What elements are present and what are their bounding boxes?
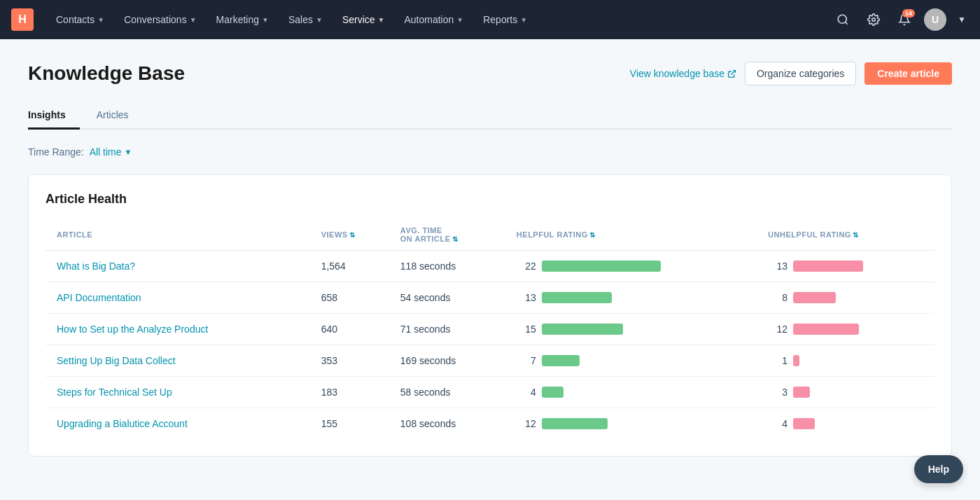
help-button[interactable]: Help [914, 455, 963, 479]
settings-icon-btn[interactable] [862, 8, 885, 31]
topnav-item-automation[interactable]: Automation▼ [396, 10, 472, 29]
unhelpful-rating-cell: 3 [760, 377, 934, 408]
sort-icon: ⇅ [349, 231, 356, 239]
table-row: Upgrading a Bialutice Account155108 seco… [46, 408, 934, 440]
time-range-label: Time Range: [28, 146, 84, 158]
time-range-select[interactable]: All time ▼ [90, 146, 132, 158]
table-row: Steps for Technical Set Up18358 seconds4… [46, 377, 934, 408]
chevron-down-icon: ▼ [262, 16, 269, 24]
chevron-down-icon: ▼ [97, 16, 104, 24]
page-title: Knowledge Base [28, 62, 185, 85]
helpful-rating-cell: 13 [508, 282, 760, 314]
topnav-item-sales[interactable]: Sales▼ [280, 10, 331, 29]
table-row: API Documentation65854 seconds138 [46, 282, 934, 314]
view-knowledge-base-link[interactable]: View knowledge base [630, 68, 736, 79]
avg-time-cell: 108 seconds [392, 408, 508, 440]
topnav-item-conversations[interactable]: Conversations▼ [115, 10, 204, 29]
article-health-table: ARTICLEVIEWS⇅AVG. TIMEON ARTICLE⇅HELPFUL… [46, 221, 934, 439]
col-header-views[interactable]: VIEWS⇅ [313, 221, 392, 251]
topnav-item-reports[interactable]: Reports▼ [475, 10, 536, 29]
topnav-item-contacts[interactable]: Contacts▼ [48, 10, 113, 29]
table-row: Setting Up Big Data Collect353169 second… [46, 345, 934, 377]
hubspot-logo[interactable]: H [11, 8, 34, 31]
col-header-article: ARTICLE [46, 221, 313, 251]
views-cell: 353 [313, 345, 392, 377]
col-header-unhelpful-rating[interactable]: UNHELPFUL RATING⇅ [760, 221, 934, 251]
page-content: Knowledge Base View knowledge base Organ… [0, 39, 980, 479]
article-link[interactable]: Steps for Technical Set Up [57, 387, 172, 398]
helpful-rating-cell: 7 [508, 345, 760, 377]
page-header: Knowledge Base View knowledge base Organ… [28, 62, 952, 85]
topnav-item-service[interactable]: Service▼ [334, 10, 393, 29]
views-cell: 155 [313, 408, 392, 440]
avg-time-cell: 58 seconds [392, 377, 508, 408]
col-header-helpful-rating[interactable]: HELPFUL RATING⇅ [508, 221, 760, 251]
tabs: Insights Articles [28, 102, 952, 130]
svg-line-1 [845, 22, 847, 24]
organize-categories-button[interactable]: Organize categories [745, 62, 856, 85]
nav-items: Contacts▼Conversations▼Marketing▼Sales▼S… [48, 10, 832, 29]
chevron-down-icon: ▼ [520, 16, 527, 24]
avg-time-cell: 54 seconds [392, 282, 508, 314]
page-header-actions: View knowledge base Organize categories … [630, 62, 952, 85]
unhelpful-rating-cell: 12 [760, 314, 934, 345]
time-range-chevron-icon: ▼ [125, 148, 132, 156]
helpful-rating-cell: 15 [508, 314, 760, 345]
table-row: What is Big Data?1,564118 seconds2213 [46, 251, 934, 282]
avg-time-cell: 71 seconds [392, 314, 508, 345]
helpful-rating-cell: 12 [508, 408, 760, 440]
topnav: H Contacts▼Conversations▼Marketing▼Sales… [0, 0, 980, 39]
unhelpful-rating-cell: 8 [760, 282, 934, 314]
tab-insights[interactable]: Insights [28, 102, 80, 130]
avg-time-cell: 118 seconds [392, 251, 508, 282]
avg-time-cell: 169 seconds [392, 345, 508, 377]
col-header-avg--time-on-article[interactable]: AVG. TIMEON ARTICLE⇅ [392, 221, 508, 251]
svg-point-0 [838, 15, 846, 23]
svg-point-2 [872, 18, 876, 22]
sort-icon: ⇅ [452, 235, 458, 243]
topnav-item-marketing[interactable]: Marketing▼ [208, 10, 277, 29]
article-link[interactable]: How to Set up the Analyze Product [57, 324, 208, 335]
search-icon-btn[interactable] [832, 8, 854, 31]
sort-icon: ⇅ [589, 231, 596, 239]
chevron-down-icon: ▼ [378, 16, 385, 24]
unhelpful-rating-cell: 13 [760, 251, 934, 282]
sort-icon: ⇅ [853, 231, 859, 239]
time-range-row: Time Range: All time ▼ [28, 146, 952, 158]
article-link[interactable]: Setting Up Big Data Collect [57, 355, 176, 366]
views-cell: 1,564 [313, 251, 392, 282]
notifications-icon-btn[interactable]: 14 [893, 8, 916, 31]
svg-line-3 [731, 70, 735, 74]
helpful-rating-cell: 4 [508, 377, 760, 408]
notification-badge: 14 [902, 9, 915, 18]
views-cell: 658 [313, 282, 392, 314]
chevron-down-icon: ▼ [456, 16, 463, 24]
unhelpful-rating-cell: 1 [760, 345, 934, 377]
chevron-down-icon: ▼ [190, 16, 197, 24]
article-health-card: Article Health ARTICLEVIEWS⇅AVG. TIMEON … [28, 174, 952, 457]
views-cell: 183 [313, 377, 392, 408]
article-health-table-wrap: ARTICLEVIEWS⇅AVG. TIMEON ARTICLE⇅HELPFUL… [46, 221, 934, 439]
unhelpful-rating-cell: 4 [760, 408, 934, 440]
helpful-rating-cell: 22 [508, 251, 760, 282]
views-cell: 640 [313, 314, 392, 345]
article-link[interactable]: API Documentation [57, 292, 141, 303]
tab-articles[interactable]: Articles [97, 102, 143, 130]
topnav-right: 14 U ▼ [832, 8, 969, 31]
article-link[interactable]: Upgrading a Bialutice Account [57, 418, 188, 429]
create-article-button[interactable]: Create article [864, 62, 952, 85]
table-row: How to Set up the Analyze Product64071 s… [46, 314, 934, 345]
article-link[interactable]: What is Big Data? [57, 261, 135, 272]
account-chevron-icon[interactable]: ▼ [955, 8, 969, 31]
avatar[interactable]: U [924, 8, 946, 31]
chevron-down-icon: ▼ [316, 16, 323, 24]
article-health-title: Article Health [46, 192, 934, 207]
